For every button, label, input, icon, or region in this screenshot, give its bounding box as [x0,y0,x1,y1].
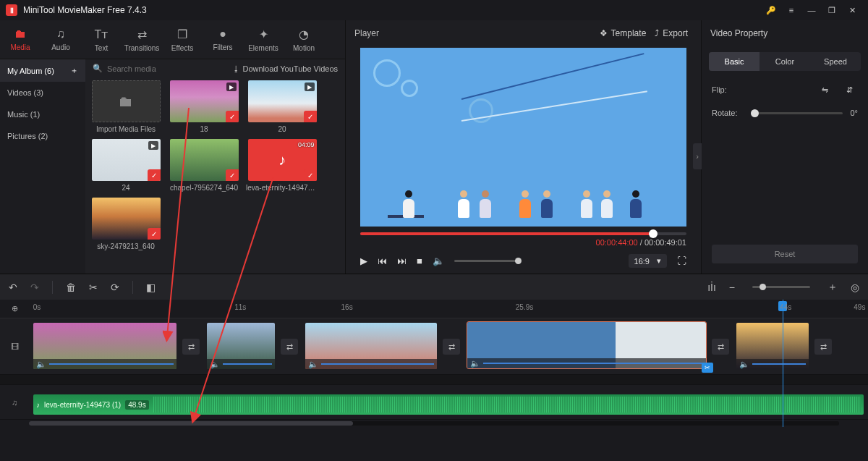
reset-button[interactable]: Reset [712,245,858,263]
clip-volume-icon[interactable]: 🔈 [739,360,749,369]
property-title: Video Property [702,20,868,46]
timeline-clip-selected[interactable]: 🔈 [467,322,706,368]
zoom-out-button[interactable]: − [729,282,735,293]
clip-volume-icon[interactable]: 🔈 [36,360,46,369]
flip-vertical-button[interactable]: ⇵ [841,83,858,97]
license-key-icon[interactable]: 🔑 [761,0,781,20]
tab-motion[interactable]: ◔Motion [284,20,324,59]
snap-button[interactable]: ıİı [707,282,716,293]
tab-speed[interactable]: Speed [810,52,861,71]
folder-icon: 🖿 [14,28,26,41]
add-track-button[interactable]: ⊕ [0,304,29,313]
app-logo: Ⅱ [6,4,17,16]
timeline-scrollbar[interactable] [0,420,868,427]
split-button[interactable]: ✂ [89,282,98,293]
export-icon: ⤴ [655,28,659,38]
sidebar-item-album[interactable]: My Album (6)＋ [0,59,85,82]
tab-effects[interactable]: ❐Effects [162,20,203,59]
add-album-icon[interactable]: ＋ [70,65,78,76]
delete-button[interactable]: 🗑 [66,282,76,293]
used-check-icon: ✓ [304,111,317,122]
speed-button[interactable]: ⟳ [111,282,119,293]
media-item[interactable]: ♪04:09✓ leva-eternity-149473 (1) [246,139,318,192]
tab-basic[interactable]: Basic [709,52,760,71]
media-sidebar: My Album (6)＋ Videos (3) Music (1) Pictu… [0,59,85,274]
video-badge-icon: ▶ [148,141,158,150]
timeline-clip[interactable]: 🔈 [207,323,275,369]
sidebar-item-videos[interactable]: Videos (3) [0,82,85,103]
media-item[interactable]: ✓ chapel-7956274_640 [168,139,240,192]
timeline-clip[interactable]: 🔈 [33,323,176,369]
tab-media[interactable]: 🖿Media [0,20,41,59]
audio-track-icon: ♫ [0,398,29,407]
scrub-bar[interactable] [346,229,701,238]
sidebar-item-pictures[interactable]: Pictures (2) [0,125,85,147]
music-icon: ♫ [56,28,65,41]
video-badge-icon: ▶ [305,83,315,91]
aspect-dropdown[interactable]: 16:9▾ [629,254,667,268]
menu-icon[interactable]: ≡ [781,0,801,20]
volume-icon[interactable]: 🔈 [433,255,444,266]
media-item[interactable]: ✓ sky-2479213_640 [90,198,162,250]
tab-text[interactable]: TᴛText [81,20,122,59]
crop-button[interactable]: ◧ [146,282,156,293]
media-panel: 🖿Media ♫Audio TᴛText ⇄Transitions ❐Effec… [0,20,346,274]
waveform [153,397,861,413]
media-item[interactable]: ▶✓ 24 [90,139,162,192]
tab-elements[interactable]: ✦Elements [243,20,284,59]
zoom-in-button[interactable]: ＋ [827,281,838,294]
transition-slot[interactable]: ⇄ [182,339,200,355]
chevron-down-icon: ▾ [657,256,661,266]
transition-slot[interactable]: ⇄ [814,339,832,355]
video-track[interactable]: 🎞 🔈 ⇄ 🔈 ⇄ 🔈 ⇄ 🔈 ✂ ⇄ 🔈 ⇄ [0,318,868,375]
search-input[interactable] [107,64,228,73]
clip-volume-icon[interactable]: 🔈 [470,359,480,368]
stop-button[interactable]: ■ [417,255,422,266]
maximize-icon[interactable]: ❐ [822,0,842,20]
timeline-audio-clip[interactable]: ♪ leva-eternity-149473 (1) 48.9s [33,394,864,415]
preview-viewport[interactable] [360,48,686,227]
close-icon[interactable]: ✕ [842,0,862,20]
clip-volume-icon[interactable]: 🔈 [210,360,220,369]
tab-transitions[interactable]: ⇄Transitions [122,20,162,59]
zoom-slider[interactable] [752,286,810,288]
clip-volume-icon[interactable]: 🔈 [308,360,318,369]
import-media-button[interactable]: 🖿 Import Media Files [90,80,162,133]
timeline-clip[interactable]: 🔈 [305,323,437,369]
undo-button[interactable]: ↶ [9,282,17,293]
tab-audio[interactable]: ♫Audio [41,20,81,59]
zoom-fit-button[interactable]: ◎ [851,282,859,293]
motion-icon: ◔ [299,28,309,41]
audio-track[interactable]: ♫ ♪ leva-eternity-149473 (1) 48.9s [0,385,868,420]
tab-color[interactable]: Color [760,52,810,71]
rotate-slider[interactable] [751,112,843,114]
redo-button[interactable]: ↷ [30,282,39,293]
titlebar: Ⅱ MiniTool MovieMaker Free 7.4.3 🔑 ≡ — ❐… [0,0,868,20]
media-item[interactable]: ▶✓ 20 [246,80,318,133]
elements-icon: ✦ [259,28,268,41]
prev-frame-button[interactable]: ⏮ [378,255,387,266]
transition-slot[interactable]: ⇄ [443,339,460,355]
template-button[interactable]: ❖Template [595,25,651,41]
media-item[interactable]: ▶✓ 18 [168,80,240,133]
export-button[interactable]: ⤴Export [650,25,692,41]
minimize-icon[interactable]: — [801,0,822,20]
timeline-ruler[interactable]: ⊕ 0s11s16s25.9s44s49s [0,300,868,318]
audio-icon: ♪ [278,152,286,169]
ruler-tick: 16s [341,303,353,311]
download-youtube-button[interactable]: ⭳Download YouTube Videos [232,64,339,73]
flip-horizontal-button[interactable]: ⇋ [816,83,833,97]
next-frame-button[interactable]: ⏭ [397,255,407,266]
volume-slider[interactable] [454,260,519,262]
app-title: MiniTool MovieMaker Free 7.4.3 [23,5,147,15]
play-button[interactable]: ▶ [360,255,367,266]
timeline-clip[interactable]: 🔈 [736,323,809,369]
tab-filters[interactable]: ●Filters [203,20,243,59]
split-indicator-icon[interactable]: ✂ [702,363,713,373]
transition-slot[interactable]: ⇄ [281,339,298,355]
transition-slot[interactable]: ⇄ [712,339,729,355]
sidebar-item-music[interactable]: Music (1) [0,103,85,125]
collapse-panel-button[interactable]: › [693,143,702,169]
fullscreen-button[interactable]: ⛶ [677,255,686,266]
flip-label: Flip: [712,85,744,94]
